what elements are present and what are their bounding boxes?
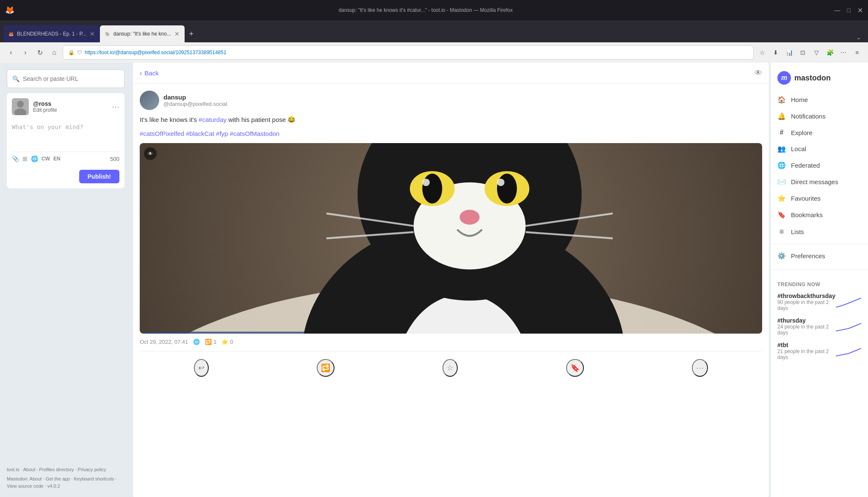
sidebar-item-lists[interactable]: ≡ Lists — [771, 223, 868, 240]
tab-bar: 🦊 BLENDERHEADS - Ep. 1 - P... ✕ 🐘 dansup… — [0, 20, 868, 42]
bookmark-star-button[interactable]: ☆ — [756, 47, 768, 58]
tab-mastodon-close[interactable]: ✕ — [174, 30, 180, 37]
search-bar[interactable]: 🔍 — [7, 69, 124, 88]
post-author: dansup @dansup@pixelfed.social — [140, 91, 762, 110]
sidebar-item-notifications[interactable]: 🔔 Notifications — [771, 108, 868, 124]
apps-button[interactable]: ⋯ — [838, 47, 849, 58]
edit-profile-link[interactable]: Edit profile — [33, 107, 108, 113]
more-button[interactable]: ⋯ — [692, 359, 708, 377]
globe-icon[interactable]: 🌐 — [31, 155, 38, 162]
screenshot-button[interactable]: 📊 — [783, 47, 795, 58]
favourites-label: Favourites — [791, 195, 821, 202]
new-tab-button[interactable]: + — [185, 27, 198, 41]
image-description-button[interactable]: 👁 — [144, 147, 157, 160]
favourites-icon: ⭐ — [777, 194, 786, 202]
lists-icon: ≡ — [777, 227, 786, 236]
about-link[interactable]: About — [23, 467, 36, 472]
explore-label: Explore — [791, 129, 813, 136]
get-app-link[interactable]: Get the app — [46, 476, 70, 481]
boost-count: 1 — [213, 339, 216, 345]
trend-item-3[interactable]: #tbt 21 people in the past 2 days — [777, 342, 861, 360]
close-icon[interactable]: ✕ — [857, 6, 863, 14]
hashtag-fyp[interactable]: #fyp — [216, 130, 228, 137]
trend-item-2[interactable]: #thursday 24 people in the past 2 days — [777, 317, 861, 336]
hashtag-catsofmastodon[interactable]: #catsOfMastodon — [230, 130, 280, 137]
text-format-icon[interactable]: ⊞ — [22, 155, 28, 162]
federated-icon: 🌐 — [777, 161, 786, 169]
sidebar-item-local[interactable]: 👥 Local — [771, 141, 868, 157]
tab-mastodon-icon: 🐘 — [105, 32, 110, 36]
like-count: 0 — [230, 339, 233, 345]
url-text: https://toot.io/@dansup@pixelfed.social/… — [85, 50, 748, 55]
tab-list-icon[interactable]: ⌄ — [856, 34, 861, 41]
post-text: It's like he knows it's #caturday with h… — [140, 115, 762, 125]
direct-messages-label: Direct messages — [791, 178, 838, 185]
container-button[interactable]: ▽ — [810, 47, 822, 58]
extensions-button[interactable]: 🧩 — [824, 47, 836, 58]
pocket-button[interactable]: ⬇ — [770, 47, 782, 58]
trend-count-3: 21 people in the past 2 days — [777, 348, 836, 360]
trend-item-1[interactable]: #throwbackthursday 90 people in the past… — [777, 293, 861, 311]
compose-input[interactable] — [12, 120, 119, 150]
mastodon-logo: m mastodon — [771, 69, 868, 91]
logo-letter: m — [781, 74, 787, 82]
back-button[interactable]: ‹ — [5, 47, 17, 58]
svg-point-17 — [460, 210, 480, 224]
sidebar-item-direct-messages[interactable]: ✉️ Direct messages — [771, 174, 868, 190]
home-button[interactable]: ⌂ — [48, 47, 60, 58]
reader-view-button[interactable]: ⊡ — [797, 47, 809, 58]
privacy-policy-link[interactable]: Privacy policy — [78, 467, 106, 472]
post-author-handle: @dansup@pixelfed.social — [163, 101, 227, 107]
favourite-button[interactable]: ☆ — [442, 359, 458, 377]
hashtag-blackcat[interactable]: #blackCat — [186, 130, 214, 137]
visibility-icon[interactable]: 👁 — [755, 69, 762, 77]
cat-photo — [140, 143, 762, 334]
url-bar[interactable]: 🔒 🛡 https://toot.io/@dansup@pixelfed.soc… — [63, 45, 754, 60]
post-tags: #catsOfPixelfed #blackCat #fyp #catsOfMa… — [140, 130, 762, 137]
tab-blenderheads-close[interactable]: ✕ — [90, 30, 95, 37]
sidebar-item-explore[interactable]: # Explore — [771, 124, 868, 141]
sidebar-item-bookmarks[interactable]: 🔖 Bookmarks — [771, 207, 868, 223]
keyboard-shortcuts-link[interactable]: Keyboard shortcuts — [74, 476, 114, 481]
back-button[interactable]: ‹ Back — [140, 69, 159, 77]
attach-icon[interactable]: 📎 — [12, 155, 19, 162]
cw-button[interactable]: CW — [41, 156, 50, 162]
publish-button[interactable]: Publish! — [79, 170, 119, 183]
user-more-button[interactable]: ⋯ — [112, 102, 119, 111]
hashtag-catspixelfed[interactable]: #catsOfPixelfed — [140, 130, 184, 137]
preferences-label: Preferences — [791, 252, 825, 260]
post-author-name: dansup — [163, 94, 227, 101]
forward-button[interactable]: › — [19, 47, 31, 58]
reply-button[interactable]: ↩ — [194, 359, 209, 377]
search-input[interactable] — [23, 75, 119, 82]
sidebar-item-favourites[interactable]: ⭐ Favourites — [771, 190, 868, 207]
maximize-icon[interactable]: □ — [847, 7, 851, 14]
compose-toolbar: 📎 ⊞ 🌐 CW EN 500 — [12, 152, 119, 162]
post-image: 👁 — [140, 143, 762, 334]
hashtag-caturday[interactable]: #caturday — [199, 116, 227, 123]
tab-blenderheads[interactable]: 🦊 BLENDERHEADS - Ep. 1 - P... ✕ — [3, 25, 100, 42]
local-icon: 👥 — [777, 145, 786, 153]
user-avatar — [12, 98, 29, 115]
boost-button[interactable]: 🔁 — [317, 359, 334, 377]
menu-button[interactable]: ≡ — [851, 47, 863, 58]
tab-mastodon[interactable]: 🐘 dansup: "It's like he kno... ✕ — [100, 25, 185, 42]
trend-tag-1: #throwbackthursday — [777, 293, 836, 299]
home-icon: 🏠 — [777, 96, 786, 104]
sidebar-item-federated[interactable]: 🌐 Federated — [771, 157, 868, 174]
bookmark-button[interactable]: 🔖 — [566, 359, 584, 377]
trending-section: TRENDING NOW #throwbackthursday 90 peopl… — [771, 275, 868, 373]
search-icon: 🔍 — [12, 75, 19, 82]
federated-label: Federated — [791, 162, 820, 169]
lang-button[interactable]: EN — [53, 156, 61, 162]
profiles-directory-link[interactable]: Profiles directory — [39, 467, 74, 472]
post-header: ‹ Back 👁 — [133, 63, 769, 84]
view-source-link[interactable]: View source code — [7, 483, 44, 489]
sidebar-item-preferences[interactable]: ⚙️ Preferences — [771, 248, 868, 264]
mastodon-about-link[interactable]: About — [30, 476, 42, 481]
tab-mastodon-title: dansup: "It's like he kno... — [113, 31, 171, 37]
reload-button[interactable]: ↻ — [34, 47, 46, 58]
trending-divider — [771, 269, 868, 270]
minimize-icon[interactable]: — — [835, 7, 840, 14]
sidebar-item-home[interactable]: 🏠 Home — [771, 91, 868, 108]
